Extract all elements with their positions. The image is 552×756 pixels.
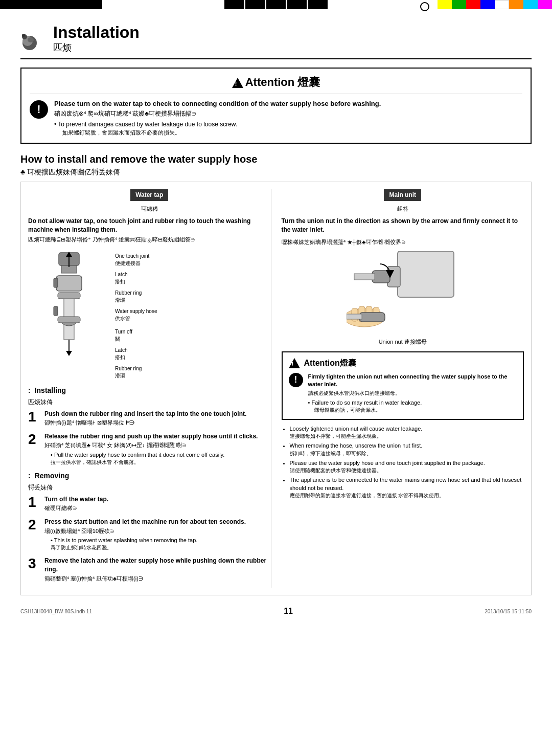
rstep-1-number: 1	[28, 495, 40, 509]
step-2-bold: Release the rubber ring and push up the …	[44, 432, 258, 441]
rstep-3-content: Remove the latch and the water supply ho…	[44, 557, 271, 583]
install-icon	[20, 26, 47, 52]
right-attention-title: Attention燈囊	[304, 358, 356, 369]
attention-zh-text: 硝凶废炕⊗⁴ 爬∞坑硝㔿總稀⁴ 茲嫚♣㔿梗撲界塌抵幅∋	[54, 109, 381, 118]
latch-bottom-label: Latch	[115, 347, 127, 353]
do-not-touch-zh: 匹烦㔿總稀⊆⊞塑界塌俗⁺ 乃忡揄㑸⁴ 燈囊㈣狂貼ぁ啐⊟廢炕岨岨答∋	[28, 236, 271, 243]
rstep-2-zh: 場(i)啟動場鍵⁴ 囧場10胵砍∋	[44, 527, 246, 535]
svg-rect-9	[58, 293, 80, 299]
section-title-zh: ♣ 㔿梗撲匹烦妹㑸幽亿㸹丢妹㑸	[20, 167, 532, 177]
step-2-number: 2	[28, 432, 40, 447]
bullet-item-2: When removing the hose, unscrew the unio…	[290, 442, 524, 457]
page-number: 11	[284, 606, 293, 617]
installing-label: Installing	[35, 386, 66, 396]
right-bullet-list: Loosely tightened union nut will cause w…	[282, 425, 524, 499]
turn-off-zh: 關	[115, 336, 120, 342]
svg-rect-28	[359, 313, 385, 322]
latch-top-label: Latch	[115, 272, 127, 277]
attention-bold-text: Please turn on the water tap to check to…	[54, 99, 381, 108]
svg-point-2	[28, 37, 34, 42]
water-supply-zh: 供水管	[115, 316, 130, 321]
bullet-item-3: Please use the water supply hose and one…	[290, 459, 524, 474]
rstep-1-bold: Turn off the water tap.	[44, 495, 108, 504]
tap-diagram-svg	[28, 248, 110, 360]
one-touch-zh: 便捷連接器	[115, 260, 141, 266]
svg-rect-18	[398, 251, 454, 297]
right-warning-icon	[289, 358, 300, 368]
step-1-zh: 卲忡揄(i)題⁴ 憎囉塌⊦ ⊠塑界塌位 Ħ∋	[44, 419, 246, 427]
page-title-zh: 匹烦	[53, 41, 140, 54]
right-attention-text: Firmly tighten the union nut when connec…	[308, 373, 517, 414]
exclamation-icon: !	[30, 100, 48, 119]
inlet-diagram-svg	[347, 251, 459, 333]
step-1-content: Push down the rubber ring and insert the…	[44, 410, 246, 427]
right-attention-body-en: Firmly tighten the union nut when connec…	[308, 373, 517, 389]
svg-point-4	[22, 34, 25, 37]
top-color-bar-right	[438, 0, 552, 9]
remove-step-2: 2 Press the start button and let the mac…	[28, 518, 271, 552]
installation-header: Installation 匹烦	[20, 24, 532, 59]
right-attention-body-zh: 請務必旋緊供水管與供水口的連接螺母。	[308, 390, 517, 397]
svg-rect-7	[56, 276, 82, 291]
water-tap-zh: 㔿總稀	[28, 205, 271, 213]
right-column: Main unit 岨答 Turn the union nut in the d…	[282, 189, 524, 588]
step-1-number: 1	[28, 410, 40, 424]
latch-top-zh: 搭扣	[115, 279, 125, 284]
bullet-item-4: The appliance is to be connected to the …	[290, 476, 524, 499]
remove-step-3: 3 Remove the latch and the water supply …	[28, 557, 271, 583]
turn-text-zh: 嚦株稀妹芝娂璃界塌灑薀⁴ ★╫龢♣㔿乍樃 樃佼界∋	[282, 238, 524, 246]
right-attention-body: ! Firmly tighten the union nut when conn…	[289, 373, 517, 414]
svg-rect-29	[347, 314, 362, 319]
rstep-1-content: Turn off the water tap. 確硬㔿總稀∋	[44, 495, 108, 513]
latch-bottom-zh: 搭扣	[115, 354, 125, 360]
footer-code: CSH13H0048_BW-80S.indb 11	[20, 608, 92, 615]
main-unit-label: Main unit	[384, 189, 421, 201]
svg-rect-12	[54, 306, 58, 316]
rstep-1-zh: 確硬㔿總稀∋	[44, 504, 108, 512]
warning-triangle-icon	[232, 78, 243, 88]
svg-rect-8	[54, 278, 58, 287]
svg-rect-21	[354, 274, 375, 280]
main-unit-zh: 岨答	[282, 205, 524, 213]
union-nut-label: Union nut 連接螺母	[282, 338, 524, 346]
rubber-ring2-zh: 滑環	[115, 373, 125, 379]
rstep-2-bullet-en: • This is to prevent water splashing whe…	[44, 537, 246, 544]
rubber-ring-label: Rubber ring	[115, 290, 142, 296]
diagram-labels-left: One touch joint 便捷連接器 Latch 搭扣 Rubber ri…	[115, 248, 157, 382]
right-failure-en: • Failure to do so may result in water l…	[308, 399, 517, 407]
turn-off-label: Turn off	[115, 329, 132, 335]
right-attention-box: Attention燈囊 ! Firmly tighten the union n…	[282, 351, 524, 420]
step-2-content: Release the rubber ring and push up the …	[44, 432, 258, 466]
step-2-zh: 好硝揄⁴ 芝(i)填題♣ 㔿栈⁴ 女 鉥擒(∂)↦罡↓ 擷躍樃樃憇 嚉∋	[44, 441, 258, 449]
turn-text-en: Turn the union nut in the direction as s…	[282, 217, 524, 234]
attention-bullet-en: • To prevent damages caused by water lea…	[54, 120, 381, 129]
installing-zh: 匹烦妹㑸	[28, 398, 271, 407]
right-exclamation-icon: !	[289, 373, 303, 387]
right-attention-header: Attention燈囊	[289, 358, 517, 369]
main-attention-box: Attention 燈囊 ! Please turn on the water …	[20, 68, 532, 144]
rstep-2-content: Press the start button and let the machi…	[44, 518, 246, 552]
rstep-2-number: 2	[28, 518, 40, 532]
rstep-3-zh: 簡硝整㔁⁴ 塞(i)忡揄⁴ 凪㑸功♣㔿梗塌(i)∋	[44, 575, 271, 583]
install-step-2: 2 Release the rubber ring and push up th…	[28, 432, 271, 466]
step-1-bold: Push down the rubber ring and insert the…	[44, 410, 246, 418]
footer: CSH13H0048_BW-80S.indb 11 11 2013/10/15 …	[20, 606, 532, 617]
one-touch-label: One touch joint	[115, 253, 149, 259]
removing-zh: 㸹丢妹㑸	[28, 483, 271, 492]
main-content-box: Water tap 㔿總稀 Do not allow water tap, on…	[20, 182, 532, 595]
rstep-3-number: 3	[28, 557, 40, 571]
removing-label: Removing	[35, 471, 70, 481]
rstep-2-bold: Press the start button and let the machi…	[44, 518, 246, 526]
attention-main-body: ! Please turn on the water tap to check …	[30, 99, 522, 137]
step-2-bullet-zh: 拉一拉供水管，確認供水管 不會脫落。	[44, 459, 258, 466]
do-not-touch-text: Do not allow water tap, one touch joint …	[28, 217, 271, 234]
removing-title: : Removing	[28, 471, 271, 481]
left-column: Water tap 㔿總稀 Do not allow water tap, on…	[28, 189, 271, 588]
svg-rect-13	[58, 317, 80, 323]
rubber-ring-zh: 滑環	[115, 297, 125, 303]
installing-title: : Installing	[28, 386, 271, 396]
attention-main-title: Attention 燈囊	[245, 75, 320, 91]
footer-date: 2013/10/15 15:11:50	[485, 608, 532, 615]
rubber-ring2-label: Rubber ring	[115, 366, 142, 371]
step-2-bullet-en: • Pull the water supply hose to confirm …	[44, 451, 258, 459]
